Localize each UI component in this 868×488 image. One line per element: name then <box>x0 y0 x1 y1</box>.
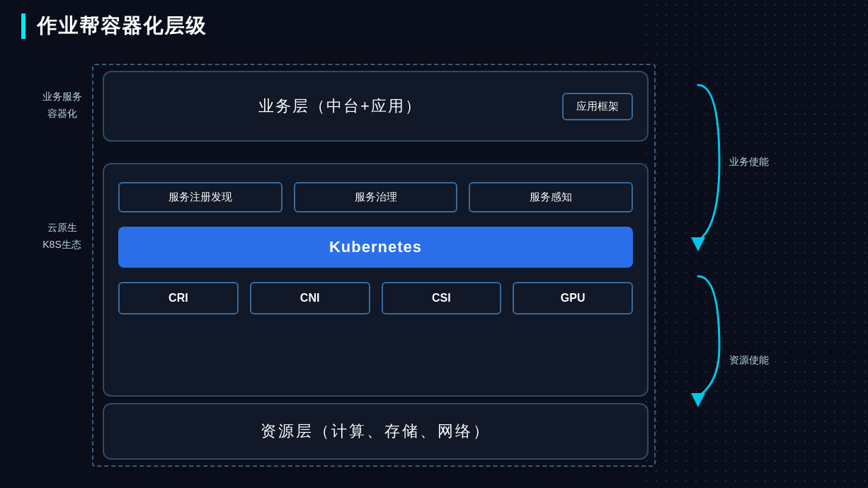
page-title: 作业帮容器化层级 <box>37 13 207 40</box>
main-content: 业务服务 容器化 云原生 K8S生态 业务层（中台+应用） 应用框架 服务注册发… <box>21 50 847 474</box>
title-bar: 作业帮容器化层级 <box>0 0 868 52</box>
service-governance-button[interactable]: 服务治理 <box>294 182 458 212</box>
service-discovery-button[interactable]: 服务注册发现 <box>118 182 282 212</box>
service-perception-button[interactable]: 服务感知 <box>469 182 633 212</box>
gpu-button[interactable]: GPU <box>513 282 633 314</box>
resource-layer-box: 资源层（计算、存储、网络） <box>103 403 649 460</box>
cloud-native-box: 服务注册发现 服务治理 服务感知 Kubernetes CRI CNI CSI … <box>103 163 649 397</box>
svg-marker-1 <box>691 393 705 407</box>
business-layer-text: 业务层（中台+应用） <box>118 96 562 117</box>
app-framework-button[interactable]: 应用框架 <box>562 93 633 120</box>
business-layer-box: 业务层（中台+应用） 应用框架 <box>103 71 649 142</box>
svg-marker-0 <box>691 237 705 251</box>
label-cloud-native: 云原生 K8S生态 <box>35 220 88 254</box>
cni-button[interactable]: CNI <box>250 282 370 314</box>
label-enable-resource: 资源使能 <box>729 354 769 367</box>
label-enable-business: 业务使能 <box>729 156 769 169</box>
resource-layer-text: 资源层（计算、存储、网络） <box>261 421 491 442</box>
kubernetes-bar[interactable]: Kubernetes <box>118 227 633 268</box>
title-accent <box>21 13 25 39</box>
service-row: 服务注册发现 服务治理 服务感知 <box>118 182 633 212</box>
csi-button[interactable]: CSI <box>382 282 502 314</box>
label-business-service: 业务服务 容器化 <box>35 89 88 123</box>
infra-row: CRI CNI CSI GPU <box>118 282 633 314</box>
cri-button[interactable]: CRI <box>118 282 239 314</box>
arrows-svg <box>670 71 726 411</box>
